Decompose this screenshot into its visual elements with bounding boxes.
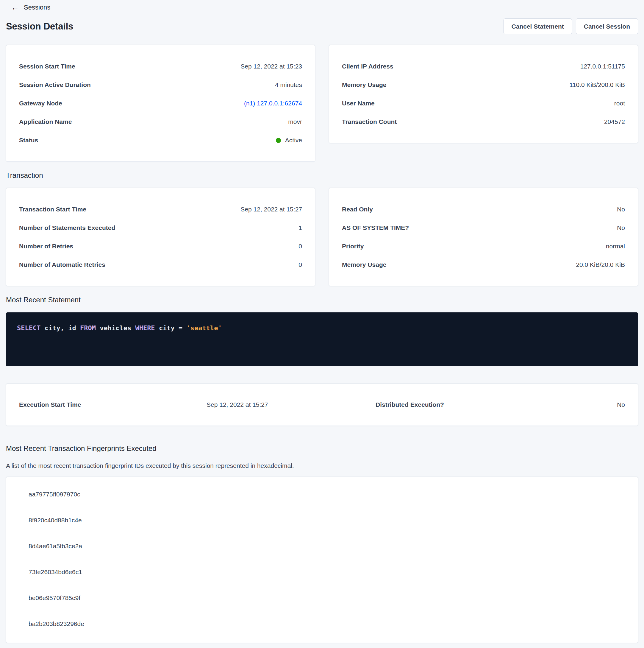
distributed-execution-value: No: [617, 401, 625, 408]
session-summary-row: Session Start Time Sep 12, 2022 at 15:23…: [6, 45, 638, 162]
sql-text: city, id: [45, 324, 80, 332]
info-label: Memory Usage: [342, 261, 386, 268]
cancel-statement-button[interactable]: Cancel Statement: [504, 18, 572, 34]
info-label: Number of Retries: [19, 243, 73, 250]
fingerprints-description: A list of the most recent transaction fi…: [6, 462, 638, 469]
execution-summary-card: Execution Start Time Sep 12, 2022 at 15:…: [6, 384, 638, 426]
gateway-node-link[interactable]: (n1) 127.0.0.1:62674: [244, 100, 302, 107]
transaction-section-heading: Transaction: [6, 171, 638, 179]
session-active-duration-row: Session Active Duration 4 minutes: [6, 76, 315, 94]
header-actions: Cancel Statement Cancel Session: [504, 18, 638, 34]
fingerprint-item: ba2b203b823296de: [6, 611, 638, 637]
fingerprint-item: 8d4ae61a5fb3ce2a: [6, 533, 638, 559]
transaction-summary-row: Transaction Start Time Sep 12, 2022 at 1…: [6, 188, 638, 286]
user-name-row: User Name root: [329, 94, 638, 113]
info-value: 4 minutes: [275, 81, 302, 89]
sql-statement-box: SELECT city, id FROM vehicles WHERE city…: [6, 312, 638, 366]
info-value: No: [617, 206, 625, 213]
breadcrumb-label: Sessions: [24, 4, 50, 11]
info-label: Priority: [342, 243, 364, 250]
sql-keyword: SELECT: [17, 324, 45, 332]
info-label: Transaction Start Time: [19, 206, 86, 213]
info-label: Session Active Duration: [19, 81, 91, 89]
sql-statement-code: SELECT city, id FROM vehicles WHERE city…: [17, 324, 627, 332]
application-name-row: Application Name movr: [6, 113, 315, 131]
sql-keyword: WHERE: [135, 324, 159, 332]
session-card-right: Client IP Address 127.0.0.1:51175 Memory…: [329, 45, 638, 143]
txn-memory-usage-row: Memory Usage 20.0 KiB/20.0 KiB: [329, 256, 638, 274]
transaction-start-time-row: Transaction Start Time Sep 12, 2022 at 1…: [6, 200, 315, 219]
cancel-session-button[interactable]: Cancel Session: [576, 18, 638, 34]
fingerprint-item: 8f920c40d88b1c4e: [6, 507, 638, 533]
info-value: 1: [298, 224, 302, 231]
info-value: normal: [606, 243, 625, 250]
info-value: No: [617, 224, 625, 231]
memory-usage-row: Memory Usage 110.0 KiB/200.0 KiB: [329, 76, 638, 94]
gateway-node-row: Gateway Node (n1) 127.0.0.1:62674: [6, 94, 315, 113]
statement-section-heading: Most Recent Statement: [6, 296, 638, 304]
transaction-card-left: Transaction Start Time Sep 12, 2022 at 1…: [6, 188, 315, 286]
info-value: 0: [298, 243, 302, 250]
retries-row: Number of Retries 0: [6, 237, 315, 256]
fingerprints-card: aa79775ff097970c 8f920c40d88b1c4e 8d4ae6…: [6, 477, 638, 643]
fingerprint-item: be06e9570f785c9f: [6, 585, 638, 611]
info-label: Status: [19, 137, 38, 144]
info-value: movr: [288, 118, 302, 125]
fingerprint-item: 73fe26034bd6e6c1: [6, 559, 638, 585]
info-label: Read Only: [342, 206, 373, 213]
info-label: Number of Statements Executed: [19, 224, 115, 231]
distributed-execution-label: Distributed Execution?: [375, 401, 444, 408]
info-value: Sep 12, 2022 at 15:23: [240, 63, 302, 70]
info-value: 110.0 KiB/200.0 KiB: [570, 81, 625, 89]
fingerprint-item: aa79775ff097970c: [6, 481, 638, 507]
info-value: 0: [298, 261, 302, 268]
read-only-row: Read Only No: [329, 200, 638, 219]
automatic-retries-row: Number of Automatic Retries 0: [6, 256, 315, 274]
client-ip-row: Client IP Address 127.0.0.1:51175: [329, 57, 638, 76]
info-label: Session Start Time: [19, 63, 75, 70]
info-label: Client IP Address: [342, 63, 394, 70]
info-label: AS OF SYSTEM TIME?: [342, 224, 409, 231]
info-value: 20.0 KiB/20.0 KiB: [576, 261, 625, 268]
back-arrow-icon: ←: [11, 4, 19, 11]
info-label: Memory Usage: [342, 81, 386, 89]
statements-executed-row: Number of Statements Executed 1: [6, 219, 315, 237]
status-row: Status Active: [6, 131, 315, 150]
info-label: Gateway Node: [19, 100, 62, 107]
execution-start-time-label: Execution Start Time: [19, 401, 207, 408]
status-text: Active: [285, 137, 302, 144]
sql-string-literal: 'seattle': [187, 324, 222, 332]
title-row: Session Details Cancel Statement Cancel …: [6, 18, 638, 34]
session-card-left: Session Start Time Sep 12, 2022 at 15:23…: [6, 45, 315, 162]
transaction-count-row: Transaction Count 204572: [329, 113, 638, 131]
fingerprints-section-heading: Most Recent Transaction Fingerprints Exe…: [6, 444, 638, 453]
info-label: Application Name: [19, 118, 72, 125]
info-value: 204572: [604, 118, 625, 125]
sql-keyword: FROM: [80, 324, 100, 332]
info-value: 127.0.0.1:51175: [580, 63, 625, 70]
info-label: User Name: [342, 100, 375, 107]
sql-text: city =: [159, 324, 187, 332]
info-value: Sep 12, 2022 at 15:27: [240, 206, 302, 213]
info-label: Transaction Count: [342, 118, 397, 125]
priority-row: Priority normal: [329, 237, 638, 256]
status-badge: Active: [276, 137, 302, 144]
as-of-system-time-row: AS OF SYSTEM TIME? No: [329, 219, 638, 237]
sql-text: vehicles: [100, 324, 135, 332]
execution-start-time-value: Sep 12, 2022 at 15:27: [207, 401, 375, 408]
status-active-dot-icon: [276, 138, 281, 143]
info-value: root: [614, 100, 625, 107]
breadcrumb-back-sessions[interactable]: ← Sessions: [11, 4, 50, 11]
session-start-time-row: Session Start Time Sep 12, 2022 at 15:23: [6, 57, 315, 76]
transaction-card-right: Read Only No AS OF SYSTEM TIME? No Prior…: [329, 188, 638, 286]
info-label: Number of Automatic Retries: [19, 261, 105, 268]
page-title: Session Details: [6, 21, 73, 32]
